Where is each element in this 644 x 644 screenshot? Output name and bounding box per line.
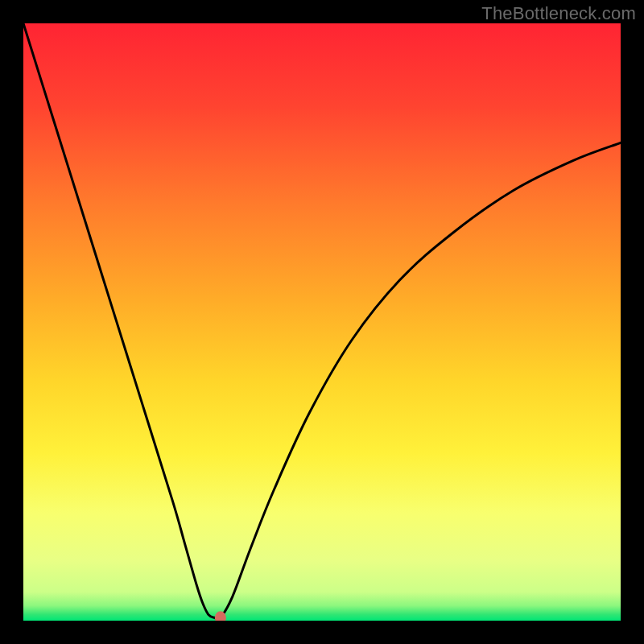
watermark-text: TheBottleneck.com <box>481 3 636 24</box>
chart-svg <box>23 23 621 621</box>
chart-plot-area <box>23 23 621 621</box>
chart-background <box>23 23 621 621</box>
